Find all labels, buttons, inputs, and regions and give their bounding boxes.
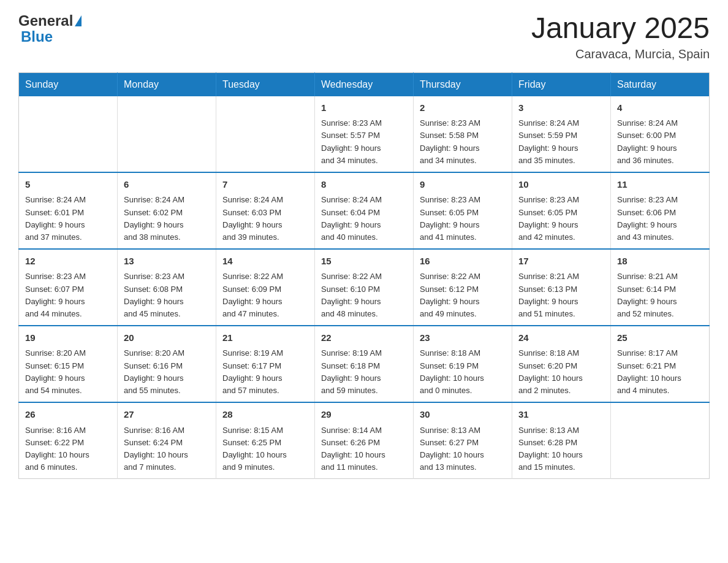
calendar-cell: 18Sunrise: 8:21 AM Sunset: 6:14 PM Dayli… — [611, 249, 710, 326]
day-info: Sunrise: 8:24 AM Sunset: 6:04 PM Dayligh… — [321, 194, 407, 243]
day-number: 1 — [321, 101, 407, 115]
calendar-cell: 9Sunrise: 8:23 AM Sunset: 6:05 PM Daylig… — [414, 172, 512, 249]
calendar-cell: 13Sunrise: 8:23 AM Sunset: 6:08 PM Dayli… — [118, 249, 216, 326]
weekday-header-row: SundayMondayTuesdayWednesdayThursdayFrid… — [19, 72, 710, 96]
calendar-cell: 15Sunrise: 8:22 AM Sunset: 6:10 PM Dayli… — [315, 249, 414, 326]
day-number: 17 — [518, 255, 604, 269]
day-number: 30 — [420, 408, 506, 422]
calendar-cell: 31Sunrise: 8:13 AM Sunset: 6:28 PM Dayli… — [512, 402, 611, 479]
day-number: 27 — [124, 408, 210, 422]
day-info: Sunrise: 8:17 AM Sunset: 6:21 PM Dayligh… — [617, 347, 703, 397]
calendar-cell: 30Sunrise: 8:13 AM Sunset: 6:27 PM Dayli… — [414, 402, 512, 479]
day-info: Sunrise: 8:24 AM Sunset: 6:02 PM Dayligh… — [124, 194, 210, 243]
calendar-cell: 5Sunrise: 8:24 AM Sunset: 6:01 PM Daylig… — [19, 172, 118, 249]
day-info: Sunrise: 8:21 AM Sunset: 6:13 PM Dayligh… — [518, 270, 604, 320]
day-info: Sunrise: 8:18 AM Sunset: 6:20 PM Dayligh… — [518, 347, 604, 397]
calendar-cell: 20Sunrise: 8:20 AM Sunset: 6:16 PM Dayli… — [118, 326, 216, 402]
day-number: 22 — [321, 331, 407, 345]
day-info: Sunrise: 8:22 AM Sunset: 6:09 PM Dayligh… — [222, 270, 308, 320]
day-number: 29 — [321, 408, 407, 422]
day-info: Sunrise: 8:13 AM Sunset: 6:28 PM Dayligh… — [518, 424, 604, 474]
day-number: 12 — [25, 255, 111, 269]
calendar-cell — [19, 96, 118, 172]
calendar-cell: 22Sunrise: 8:19 AM Sunset: 6:18 PM Dayli… — [315, 326, 414, 402]
calendar-cell: 2Sunrise: 8:23 AM Sunset: 5:58 PM Daylig… — [414, 96, 512, 172]
calendar-cell: 8Sunrise: 8:24 AM Sunset: 6:04 PM Daylig… — [315, 172, 414, 249]
day-info: Sunrise: 8:24 AM Sunset: 5:59 PM Dayligh… — [518, 117, 604, 167]
logo: General Blue — [18, 12, 82, 45]
weekday-header-saturday: Saturday — [611, 72, 710, 96]
day-number: 13 — [124, 255, 210, 269]
day-info: Sunrise: 8:22 AM Sunset: 6:12 PM Dayligh… — [420, 270, 506, 320]
day-info: Sunrise: 8:16 AM Sunset: 6:22 PM Dayligh… — [25, 424, 111, 474]
day-info: Sunrise: 8:19 AM Sunset: 6:18 PM Dayligh… — [321, 347, 407, 397]
day-info: Sunrise: 8:13 AM Sunset: 6:27 PM Dayligh… — [420, 424, 506, 474]
day-number: 14 — [222, 255, 308, 269]
weekday-header-thursday: Thursday — [414, 72, 512, 96]
day-info: Sunrise: 8:21 AM Sunset: 6:14 PM Dayligh… — [617, 270, 703, 320]
calendar-cell: 10Sunrise: 8:23 AM Sunset: 6:05 PM Dayli… — [512, 172, 611, 249]
calendar-cell: 28Sunrise: 8:15 AM Sunset: 6:25 PM Dayli… — [216, 402, 315, 479]
weekday-header-sunday: Sunday — [19, 72, 118, 96]
calendar-title: January 2025 — [531, 12, 710, 45]
calendar-cell: 7Sunrise: 8:24 AM Sunset: 6:03 PM Daylig… — [216, 172, 315, 249]
day-info: Sunrise: 8:24 AM Sunset: 6:03 PM Dayligh… — [222, 194, 308, 243]
day-number: 9 — [420, 178, 506, 192]
day-number: 26 — [25, 408, 111, 422]
day-number: 24 — [518, 331, 604, 345]
calendar-cell: 3Sunrise: 8:24 AM Sunset: 5:59 PM Daylig… — [512, 96, 611, 172]
day-info: Sunrise: 8:20 AM Sunset: 6:15 PM Dayligh… — [25, 347, 111, 397]
day-number: 7 — [222, 178, 308, 192]
calendar-cell: 17Sunrise: 8:21 AM Sunset: 6:13 PM Dayli… — [512, 249, 611, 326]
logo-blue-text: Blue — [21, 28, 53, 45]
day-info: Sunrise: 8:18 AM Sunset: 6:19 PM Dayligh… — [420, 347, 506, 397]
calendar-cell — [216, 96, 315, 172]
day-info: Sunrise: 8:14 AM Sunset: 6:26 PM Dayligh… — [321, 424, 407, 474]
weekday-header-friday: Friday — [512, 72, 611, 96]
day-info: Sunrise: 8:23 AM Sunset: 5:57 PM Dayligh… — [321, 117, 407, 167]
calendar-cell — [611, 402, 710, 479]
calendar-cell: 1Sunrise: 8:23 AM Sunset: 5:57 PM Daylig… — [315, 96, 414, 172]
calendar-cell: 4Sunrise: 8:24 AM Sunset: 6:00 PM Daylig… — [611, 96, 710, 172]
day-number: 2 — [420, 101, 506, 115]
logo-general-text: General — [18, 12, 73, 29]
week-row-1: 1Sunrise: 8:23 AM Sunset: 5:57 PM Daylig… — [19, 96, 710, 172]
day-info: Sunrise: 8:23 AM Sunset: 6:05 PM Dayligh… — [420, 194, 506, 243]
day-number: 8 — [321, 178, 407, 192]
day-number: 18 — [617, 255, 703, 269]
day-info: Sunrise: 8:23 AM Sunset: 6:07 PM Dayligh… — [25, 270, 111, 320]
calendar-cell: 21Sunrise: 8:19 AM Sunset: 6:17 PM Dayli… — [216, 326, 315, 402]
day-number: 21 — [222, 331, 308, 345]
calendar-cell: 29Sunrise: 8:14 AM Sunset: 6:26 PM Dayli… — [315, 402, 414, 479]
week-row-3: 12Sunrise: 8:23 AM Sunset: 6:07 PM Dayli… — [19, 249, 710, 326]
week-row-4: 19Sunrise: 8:20 AM Sunset: 6:15 PM Dayli… — [19, 326, 710, 402]
day-info: Sunrise: 8:15 AM Sunset: 6:25 PM Dayligh… — [222, 424, 308, 474]
day-number: 15 — [321, 255, 407, 269]
day-number: 31 — [518, 408, 604, 422]
day-info: Sunrise: 8:22 AM Sunset: 6:10 PM Dayligh… — [321, 270, 407, 320]
day-info: Sunrise: 8:23 AM Sunset: 6:06 PM Dayligh… — [617, 194, 703, 243]
calendar-cell: 25Sunrise: 8:17 AM Sunset: 6:21 PM Dayli… — [611, 326, 710, 402]
calendar-cell — [118, 96, 216, 172]
calendar-subtitle: Caravaca, Murcia, Spain — [531, 47, 710, 61]
day-number: 25 — [617, 331, 703, 345]
day-info: Sunrise: 8:23 AM Sunset: 6:08 PM Dayligh… — [124, 270, 210, 320]
day-number: 3 — [518, 101, 604, 115]
calendar-cell: 12Sunrise: 8:23 AM Sunset: 6:07 PM Dayli… — [19, 249, 118, 326]
calendar-cell: 24Sunrise: 8:18 AM Sunset: 6:20 PM Dayli… — [512, 326, 611, 402]
day-number: 10 — [518, 178, 604, 192]
day-info: Sunrise: 8:16 AM Sunset: 6:24 PM Dayligh… — [124, 424, 210, 474]
calendar-cell: 11Sunrise: 8:23 AM Sunset: 6:06 PM Dayli… — [611, 172, 710, 249]
calendar-cell: 6Sunrise: 8:24 AM Sunset: 6:02 PM Daylig… — [118, 172, 216, 249]
day-number: 4 — [617, 101, 703, 115]
day-number: 5 — [25, 178, 111, 192]
day-number: 28 — [222, 408, 308, 422]
day-number: 23 — [420, 331, 506, 345]
week-row-5: 26Sunrise: 8:16 AM Sunset: 6:22 PM Dayli… — [19, 402, 710, 479]
calendar-cell: 27Sunrise: 8:16 AM Sunset: 6:24 PM Dayli… — [118, 402, 216, 479]
calendar-cell: 14Sunrise: 8:22 AM Sunset: 6:09 PM Dayli… — [216, 249, 315, 326]
day-info: Sunrise: 8:23 AM Sunset: 6:05 PM Dayligh… — [518, 194, 604, 243]
calendar-cell: 19Sunrise: 8:20 AM Sunset: 6:15 PM Dayli… — [19, 326, 118, 402]
day-info: Sunrise: 8:23 AM Sunset: 5:58 PM Dayligh… — [420, 117, 506, 167]
day-info: Sunrise: 8:24 AM Sunset: 6:01 PM Dayligh… — [25, 194, 111, 243]
